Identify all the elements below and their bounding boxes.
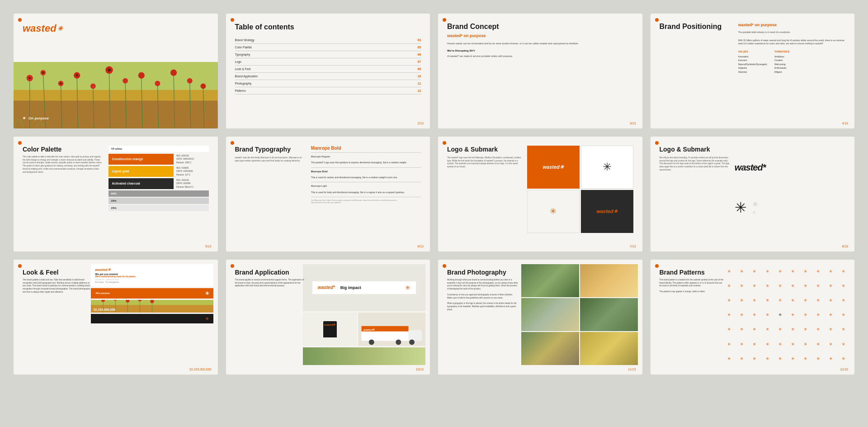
slide-4: Brand Positioning wasted* on purpose The… (651, 14, 855, 128)
hero-logo: wasted ✳ (23, 23, 63, 34)
pat-star: ✳ (774, 264, 786, 278)
cp-gold-codes: HEX: F0A800 CMYK: 0/30/100/6 Pantone: 13… (174, 166, 193, 176)
ls2-title: Logo & Submark (660, 146, 730, 153)
phot-body3: When typography or the logo is placed, t… (447, 302, 518, 311)
ty-divider2 (311, 167, 421, 168)
svg-point-50 (409, 339, 415, 345)
cp-orange-swatch: Construction orange (108, 154, 174, 165)
lf-dark-bar: ✳ (91, 314, 213, 323)
bp-values-title: VALUES (738, 50, 767, 53)
bp-value-1: Innovation (738, 55, 767, 59)
cp-gray-25b: 25% (108, 205, 209, 211)
pat-star: ✳ (736, 279, 748, 293)
pat-star: ✳ (736, 337, 748, 351)
lf-card-tags: For events For emergencies (95, 280, 209, 283)
ba-truck: wasted✳ (358, 313, 425, 346)
pat-star: ✳ (812, 308, 825, 322)
svg-point-49 (396, 339, 401, 345)
bp-tone-5: Diligent (774, 70, 790, 74)
pat-body: The brand pattern is created from the as… (660, 279, 725, 288)
svg-point-27 (28, 77, 31, 79)
ba-items-row: wasted✳ wasted✳ (303, 313, 425, 346)
asterisk-orange-icon: ✳ (550, 206, 557, 216)
cp-gray-60: 60% (108, 190, 209, 197)
pat-star: ✳ (838, 351, 850, 365)
pat-star: ✳ (774, 293, 786, 307)
lf-card-orange: ✳On purpose ✳ (91, 288, 213, 299)
bp-value-4: Adaptive (738, 66, 767, 70)
svg-point-29 (60, 82, 62, 85)
bp-values-list: Innovation Inclusion Natural/Symbiotic/S… (738, 55, 767, 74)
pat-star: ✳ (774, 279, 786, 293)
toc-list: Brand Strategy 03 Color Palette 05 Typog… (235, 37, 421, 95)
pat-star-dark: ✳ (774, 308, 786, 322)
pat-star: ✳ (838, 264, 850, 278)
cp-description: The color palette is able to describe th… (23, 156, 103, 174)
pat-star: ✳ (838, 279, 850, 293)
slide-indicator (443, 141, 446, 145)
lf-mockup-area: wasted✳ We get you wasted. We're revolut… (91, 264, 213, 365)
pat-star: ✳ (825, 293, 837, 307)
svg-point-30 (76, 74, 78, 76)
pat-star: ✳ (812, 264, 825, 278)
pat-star: ✳ (812, 337, 825, 351)
pat-star: ✳ (723, 264, 736, 278)
slide-number-2: 2/13 (417, 122, 424, 125)
bp-columns: VALUES Innovation Inclusion Natural/Symb… (738, 50, 845, 74)
toc-page: 09 (418, 67, 421, 71)
bc-disrupting-text: At wasted* we make & service portable to… (447, 54, 633, 58)
toc-item-4: Logo 07 (235, 58, 421, 66)
svg-rect-47 (409, 330, 422, 341)
slide-8: Logo & Submark We will put text about br… (651, 137, 855, 251)
pat-star: ✳ (736, 264, 748, 278)
logo-text: wasted (23, 23, 57, 34)
pat-star: ✳ (761, 337, 774, 351)
cp-gold-label: Liquid gold (112, 170, 129, 173)
pat-star: ✳ (761, 323, 774, 337)
slide-indicator (443, 18, 446, 22)
bp-values-col: VALUES Innovation Inclusion Natural/Symb… (738, 50, 767, 74)
slide-6: Brand Typography wasted* uses the font f… (226, 137, 430, 251)
lf-body: The brand palette is bold and raw. Take … (23, 279, 93, 294)
pat-star: ✳ (736, 308, 748, 322)
pat-star: ✳ (774, 337, 786, 351)
logo-display-row: wasted* (735, 162, 845, 173)
hero-tagline: ✳ On purpose (23, 115, 50, 120)
ba-title: Brand Application (235, 269, 306, 276)
bc-body: Human waste can be incinerated and be an… (447, 42, 633, 45)
pat-star: ✳ (838, 308, 850, 322)
ty-divider (311, 152, 421, 153)
pat-star: ✳ (723, 351, 736, 365)
cp-charcoal-codes: HEX: 2A2A2A CMYK: 0/0/0/84 Pantone: Blac… (174, 179, 194, 189)
ba-billboard: wasted* Big impact ✳ (303, 264, 425, 311)
ty-primary-font: Manrope Bold (311, 146, 421, 151)
toc-item-8: Patterns 12 (235, 87, 421, 95)
slide-indicator (231, 18, 234, 22)
pat-star: ✳ (825, 264, 837, 278)
bp-value-2: Inclusion (738, 58, 767, 62)
bp-subtitle: wasted* on purpose (738, 23, 845, 27)
pat-star: ✳ (799, 264, 811, 278)
slide-indicator (231, 141, 234, 145)
pat-star: ✳ (736, 293, 748, 307)
pat-star: ✳ (761, 264, 774, 278)
bp-title: Brand Positioning (660, 23, 731, 31)
ls2-description: We will put text about branding. To prov… (660, 157, 730, 172)
cp-title: Color Palette (23, 146, 103, 153)
svg-point-22 (138, 72, 145, 78)
pat-star: ✳ (812, 351, 825, 365)
ty-title: Brand Typography (235, 146, 306, 153)
slide-indicator (231, 264, 234, 268)
pat-star: ✳ (723, 293, 736, 307)
toc-item-6: Brand Application 10 (235, 73, 421, 80)
pat-star: ✳ (825, 323, 837, 337)
lf-card-subtext: We're revolutionizing waste for the plan… (95, 275, 209, 278)
ba-billboard-asterisk: ✳ (405, 284, 410, 291)
cp-orange-label: Construction orange (112, 157, 143, 161)
svg-point-23 (155, 81, 160, 86)
ty-description: wasted* uses the font family Manrope in … (235, 157, 306, 163)
ba-mockup: wasted* Big impact ✳ wasted✳ wasted✳ (303, 264, 425, 365)
slide-number-10: 10/13 (415, 368, 424, 371)
pat-star: ✳ (761, 351, 774, 365)
ba-tshirt-shape: wasted✳ (323, 321, 337, 337)
